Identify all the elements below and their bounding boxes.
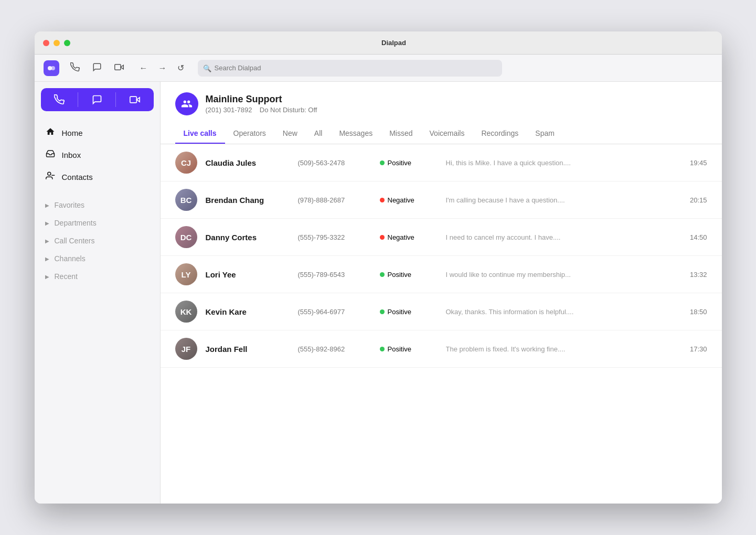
tab-live-calls[interactable]: Live calls <box>175 124 225 144</box>
avatar <box>175 92 198 115</box>
caller-name: Jordan Fell <box>206 345 290 354</box>
toolbar-icons <box>68 60 126 76</box>
search-input[interactable] <box>198 60 502 77</box>
titlebar: Dialpad <box>35 31 722 55</box>
call-time: 18:50 <box>681 308 707 316</box>
home-icon <box>45 127 56 138</box>
avatar-initials: BC <box>180 196 192 205</box>
call-centers-label: Call Centers <box>55 237 95 245</box>
table-row[interactable]: CJ Claudia Jules (509)-563-2478 Positive… <box>161 144 722 181</box>
home-label: Home <box>62 129 83 137</box>
sidebar: Home Inbox <box>35 82 161 504</box>
svg-rect-5 <box>130 97 137 103</box>
sentiment-dot <box>380 347 385 351</box>
tab-spam[interactable]: Spam <box>527 124 563 144</box>
table-row[interactable]: DC Danny Cortes (555)-795-3322 Negative … <box>161 219 722 256</box>
minimize-button[interactable] <box>54 40 60 46</box>
sentiment-dot <box>380 309 385 314</box>
caller-avatar: KK <box>175 301 197 323</box>
call-time: 13:32 <box>681 271 707 279</box>
video-icon[interactable] <box>112 60 126 76</box>
caller-phone: (555)-789-6543 <box>298 271 371 279</box>
caller-avatar: DC <box>175 226 197 248</box>
profile-sub: (201) 301-7892 Do Not Disturb: Off <box>206 106 317 114</box>
sentiment-label: Negative <box>388 196 414 204</box>
caller-phone: (509)-563-2478 <box>298 159 371 167</box>
table-row[interactable]: JF Jordan Fell (555)-892-8962 Positive T… <box>161 330 722 368</box>
tab-all[interactable]: All <box>306 124 331 144</box>
recent-label: Recent <box>55 272 78 281</box>
sidebar-item-home[interactable]: Home <box>35 122 160 144</box>
toolbar: ← → ↺ 🔍 <box>35 55 722 82</box>
sidebar-item-inbox[interactable]: Inbox <box>35 144 160 166</box>
sidebar-item-contacts[interactable]: Contacts <box>35 166 160 188</box>
departments-label: Departments <box>55 219 97 227</box>
phone-icon[interactable] <box>68 60 82 76</box>
departments-chevron: ▶ <box>45 220 49 226</box>
sentiment-label: Positive <box>388 308 412 316</box>
caller-name: Brendan Chang <box>206 196 290 205</box>
sentiment-dot <box>380 160 385 165</box>
sentiment-dot <box>380 272 385 277</box>
tab-operators[interactable]: Operators <box>225 124 274 144</box>
tab-voicemails[interactable]: Voicemails <box>421 124 473 144</box>
logo-icon <box>44 60 59 76</box>
sidebar-nav: Home Inbox <box>35 117 160 192</box>
sentiment-badge: Negative <box>380 196 438 204</box>
sentiment-label: Positive <box>388 345 412 353</box>
inbox-label: Inbox <box>62 151 81 159</box>
refresh-button[interactable]: ↺ <box>174 61 187 75</box>
caller-name: Claudia Jules <box>206 158 290 167</box>
table-row[interactable]: KK Kevin Kare (555)-964-6977 Positive Ok… <box>161 293 722 330</box>
content-area: Mainline Support (201) 301-7892 Do Not D… <box>161 82 722 504</box>
call-time: 17:30 <box>681 345 707 353</box>
profile-dnd: Do Not Disturb: Off <box>260 106 317 114</box>
message-action-button[interactable] <box>78 88 116 111</box>
table-row[interactable]: LY Lori Yee (555)-789-6543 Positive I wo… <box>161 256 722 293</box>
maximize-button[interactable] <box>64 40 70 46</box>
video-action-button[interactable] <box>116 88 154 111</box>
profile-name: Mainline Support <box>206 94 317 105</box>
back-button[interactable]: ← <box>136 61 151 75</box>
avatar-initials: LY <box>182 270 191 279</box>
message-icon[interactable] <box>90 60 104 76</box>
favorites-chevron: ▶ <box>45 202 49 208</box>
profile-info: Mainline Support (201) 301-7892 Do Not D… <box>206 94 317 114</box>
caller-name: Danny Cortes <box>206 233 290 242</box>
content-header: Mainline Support (201) 301-7892 Do Not D… <box>161 82 722 144</box>
forward-button[interactable]: → <box>155 61 170 75</box>
app-window: Dialpad <box>35 31 722 504</box>
sidebar-item-recent[interactable]: ▶ Recent <box>35 268 160 285</box>
close-button[interactable] <box>43 40 49 46</box>
call-action-button[interactable] <box>41 88 79 111</box>
call-preview: The problem is fixed. It's working fine.… <box>446 345 673 353</box>
tab-missed[interactable]: Missed <box>381 124 421 144</box>
sidebar-item-call-centers[interactable]: ▶ Call Centers <box>35 232 160 250</box>
sentiment-badge: Positive <box>380 271 438 279</box>
tab-messages[interactable]: Messages <box>331 124 381 144</box>
sidebar-item-channels[interactable]: ▶ Channels <box>35 250 160 268</box>
call-preview: I'm calling because I have a question...… <box>446 196 673 204</box>
search-icon: 🔍 <box>203 64 211 72</box>
svg-point-6 <box>47 172 50 175</box>
channels-chevron: ▶ <box>45 256 49 262</box>
table-row[interactable]: BC Brendan Chang (978)-888-2687 Negative… <box>161 181 722 219</box>
svg-marker-2 <box>121 65 123 69</box>
contacts-label: Contacts <box>62 173 93 181</box>
sidebar-item-departments[interactable]: ▶ Departments <box>35 214 160 232</box>
tab-recordings[interactable]: Recordings <box>473 124 527 144</box>
call-preview: I would like to continue my membership..… <box>446 271 673 279</box>
window-title: Dialpad <box>74 39 714 47</box>
avatar-initials: DC <box>180 233 192 242</box>
tab-new[interactable]: New <box>274 124 306 144</box>
profile-phone: (201) 301-7892 <box>206 106 252 114</box>
sidebar-item-favorites[interactable]: ▶ Favorites <box>35 196 160 214</box>
call-time: 20:15 <box>681 196 707 204</box>
caller-phone: (978)-888-2687 <box>298 196 371 204</box>
sentiment-label: Positive <box>388 271 412 279</box>
sentiment-dot <box>380 198 385 202</box>
sentiment-badge: Negative <box>380 233 438 241</box>
caller-phone: (555)-795-3322 <box>298 233 371 241</box>
inbox-icon <box>45 149 56 160</box>
app-logo <box>43 60 60 77</box>
